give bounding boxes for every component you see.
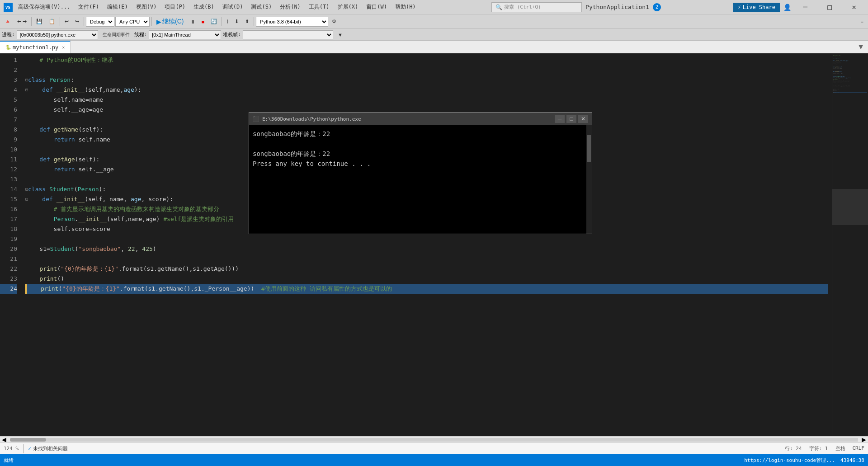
cpu-select[interactable]: Any CPU xyxy=(115,17,150,27)
toolbar-icon-btn[interactable]: 🔺 xyxy=(2,18,14,25)
code-line-5: self.name=name xyxy=(25,95,828,105)
scroll-track[interactable] xyxy=(10,438,858,442)
code-line-2 xyxy=(25,65,828,75)
menu-extensions[interactable]: 扩展(X) xyxy=(334,2,362,12)
redo-button[interactable]: ↪ xyxy=(72,18,82,25)
console-scrollbar[interactable] xyxy=(586,125,592,234)
editor-area: 1 2 3 4 5 6 7 8 9 10 11 12 13 14 15 16 1… xyxy=(0,53,868,436)
python-settings[interactable]: ⚙ xyxy=(329,18,339,25)
search-placeholder: 搜索 (Ctrl+Q) xyxy=(504,4,541,10)
code-content[interactable]: # Python的OOP特性：继承 ⊟ class Person : ⊟ def… xyxy=(22,53,832,436)
search-box[interactable]: 🔍 搜索 (Ctrl+Q) xyxy=(491,2,582,12)
toolbar-right: ≡ xyxy=(858,18,866,25)
toolbar-icon-btn3[interactable]: 💾 xyxy=(33,18,45,25)
menu-view[interactable]: 视图(V) xyxy=(132,2,160,12)
console-close[interactable]: ✕ xyxy=(578,115,588,123)
pause-button[interactable]: ⏸ xyxy=(188,18,198,25)
no-issues[interactable]: ✓ 未找到相关问题 xyxy=(28,445,68,452)
scroll-left-btn[interactable]: ◀ xyxy=(0,436,8,443)
code-line-1: # Python的OOP特性：继承 xyxy=(25,55,828,65)
code-text: # 首先显示地调用基类的构造函数来构造派生类对象的基类部分 xyxy=(25,204,219,214)
console-window: ⬛ E:\360Downloads\Python\python.exe ─ □ … xyxy=(249,112,592,234)
scroll-right-btn[interactable]: ▶ xyxy=(860,436,868,443)
code-editor: 1 2 3 4 5 6 7 8 9 10 11 12 13 14 15 16 1… xyxy=(0,53,868,436)
console-maximize[interactable]: □ xyxy=(566,115,576,123)
restart-button[interactable]: 🔄 xyxy=(208,18,220,25)
toolbar-icon-btn2[interactable]: ⬅ ➡ xyxy=(14,18,29,25)
console-icon: ⬛ xyxy=(253,116,259,122)
close-button[interactable]: ✕ xyxy=(844,0,864,14)
code-text: ( xyxy=(75,244,79,254)
code-line-3: ⊟ class Person : xyxy=(25,75,828,85)
thread-label: 线程: xyxy=(134,31,147,38)
undo-button[interactable]: ↩ xyxy=(62,18,71,25)
debug-toolbar: 进程: [0x00003b50] python.exe 生命周期事件 线程: [… xyxy=(0,29,868,41)
step-over[interactable]: ⟩ xyxy=(224,18,231,25)
menu-build[interactable]: 生成(B) xyxy=(190,2,218,12)
code-text xyxy=(25,155,39,165)
lifecycle-button[interactable]: 生命周期事件 xyxy=(100,31,132,39)
menu-test[interactable]: 测试(S) xyxy=(247,2,275,12)
console-minimize[interactable]: ─ xyxy=(555,115,565,123)
ready-status[interactable]: 就绪 xyxy=(4,457,14,464)
zoom-control[interactable]: 124 % xyxy=(4,446,19,452)
horizontal-scrollbar[interactable]: ◀ ▶ xyxy=(0,436,868,442)
scroll-thumb[interactable] xyxy=(587,135,591,162)
menu-project[interactable]: 项目(P) xyxy=(161,2,189,12)
code-text: return xyxy=(54,135,79,145)
title-bar: VS 高级保存选项(V)... 文件(F) 编辑(E) 视图(V) 项目(P) … xyxy=(0,0,868,14)
thread-select[interactable]: [0x1] MainThread xyxy=(149,30,221,39)
tab-myfunction1[interactable]: 🐍 myfunction1.py ✕ xyxy=(0,41,71,53)
process-label: 进程: xyxy=(2,31,15,38)
code-text: .format(s1.getName(),s1._Person__age)) xyxy=(120,284,261,294)
menu-help[interactable]: 帮助(H) xyxy=(392,2,420,12)
line-num: 7 xyxy=(0,115,17,125)
code-text: __init__ xyxy=(78,214,107,224)
tab-close-button[interactable]: ✕ xyxy=(62,45,65,50)
code-line-20: s1= Student ( "songbaobao" , 22 , 425 ) xyxy=(25,244,828,254)
bottom-right: 行: 24 字符: 1 空格 CRLF xyxy=(785,445,864,452)
check-icon: ✓ xyxy=(28,446,31,452)
step-out[interactable]: ⬆ xyxy=(242,18,252,25)
title-bar-center-area: 🔍 搜索 (Ctrl+Q) PythonApplication1 2 xyxy=(491,2,661,12)
stop-button[interactable]: ■ xyxy=(199,18,208,25)
menu-save-options[interactable]: 高级保存选项(V)... xyxy=(14,2,74,12)
code-text: self.score=score xyxy=(25,224,110,234)
step-into[interactable]: ⬇ xyxy=(232,18,241,25)
menu-analyze[interactable]: 分析(N) xyxy=(276,2,304,12)
stack-select[interactable] xyxy=(243,30,333,39)
debug-config-select[interactable]: Debug xyxy=(86,17,114,27)
minimize-button[interactable]: ─ xyxy=(795,0,816,14)
scroll-thumb-h[interactable] xyxy=(10,438,46,442)
line-num: 13 xyxy=(0,174,17,184)
process-select[interactable]: [0x00003b50] python.exe xyxy=(17,30,98,39)
url-status[interactable]: https://login-souhu-code管理... xyxy=(744,457,835,464)
stack-dropdown[interactable]: ▼ xyxy=(335,31,345,38)
live-share-button[interactable]: ⚡ Live Share xyxy=(733,3,780,12)
menu-debug[interactable]: 调试(D) xyxy=(219,2,247,12)
python-version-select[interactable]: Python 3.8 (64-bit) xyxy=(256,17,328,27)
continue-button[interactable]: ▶ 继续(C) xyxy=(154,17,186,27)
menu-window[interactable]: 窗口(W) xyxy=(363,2,391,12)
main-toolbar: 🔺 ⬅ ➡ 💾 📋 ↩ ↪ Debug Any CPU ▶ 继续(C) ⏸ ■ … xyxy=(0,14,868,29)
line-num: 16 xyxy=(0,204,17,214)
code-line-19 xyxy=(25,234,828,244)
code-text: (self, name, xyxy=(85,194,131,204)
separator4 xyxy=(151,17,152,26)
scroll-tabs-right[interactable]: ▼ xyxy=(854,43,868,51)
line-num: 4 xyxy=(0,85,17,95)
encoding-info: CRLF xyxy=(853,445,865,452)
line-num: 2 xyxy=(0,65,17,75)
menu-file[interactable]: 文件(F) xyxy=(75,2,103,12)
menu-edit[interactable]: 编辑(E) xyxy=(104,2,132,12)
more-toolbar-options[interactable]: ≡ xyxy=(858,18,866,25)
maximize-button[interactable]: □ xyxy=(819,0,840,14)
user-icon[interactable]: 👤 xyxy=(783,4,791,11)
menu-tools[interactable]: 工具(T) xyxy=(305,2,333,12)
app-icon: VS xyxy=(4,3,13,12)
console-line-2 xyxy=(253,139,583,149)
position-status[interactable]: 43946:38 xyxy=(840,457,864,463)
separator2 xyxy=(60,17,60,26)
code-text: __init__ xyxy=(57,194,85,204)
toolbar-icon-btn4[interactable]: 📋 xyxy=(46,18,58,25)
